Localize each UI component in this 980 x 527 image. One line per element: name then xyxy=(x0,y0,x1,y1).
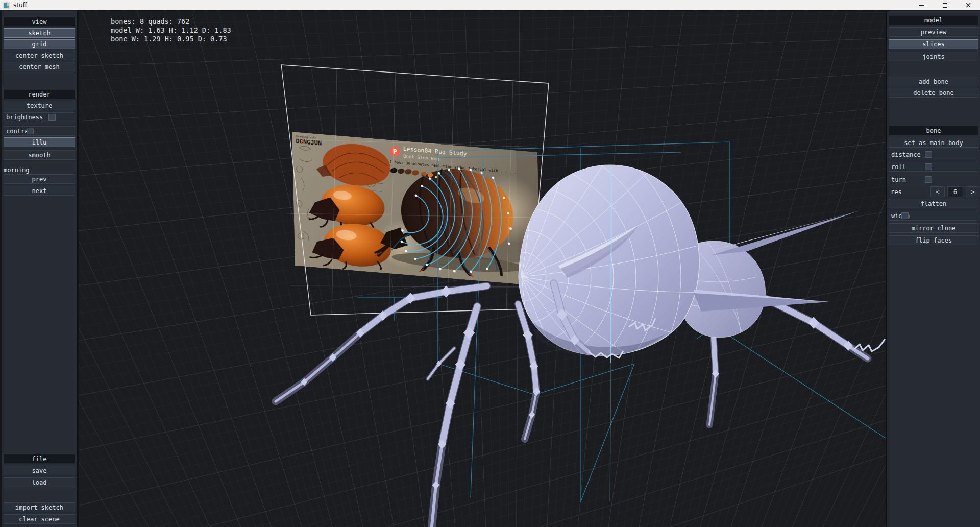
res-decrement-button[interactable]: < xyxy=(930,186,945,197)
load-button[interactable]: load xyxy=(4,477,75,487)
titlebar[interactable]: stuff × xyxy=(0,0,980,11)
illu-toggle[interactable]: illu xyxy=(4,137,75,147)
import-sketch-button[interactable]: import sketch xyxy=(4,502,75,512)
width-slider-handle[interactable] xyxy=(901,212,909,219)
res-value: 6 xyxy=(947,186,963,197)
restore-button[interactable] xyxy=(933,0,957,10)
roll-slider-handle[interactable] xyxy=(925,163,932,170)
left-sidebar: view sketch grid center sketch center me… xyxy=(0,11,79,527)
stats-bone-dims: bone W: 1.29 H: 0.95 D: 0.73 xyxy=(111,35,227,43)
grid-toggle[interactable]: grid xyxy=(4,39,75,49)
turn-label: turn xyxy=(891,176,906,183)
smooth-button[interactable]: smooth xyxy=(4,150,75,160)
render-header[interactable]: render xyxy=(4,89,75,99)
center-mesh-button[interactable]: center mesh xyxy=(4,62,75,71)
add-bone-button[interactable]: add bone xyxy=(889,77,978,86)
flatten-button[interactable]: flatten xyxy=(889,199,978,208)
close-icon: × xyxy=(965,2,972,9)
model-header[interactable]: model xyxy=(889,15,978,25)
slices-toggle[interactable]: slices xyxy=(889,39,978,49)
distance-label: distance xyxy=(891,151,921,158)
center-sketch-button[interactable]: center sketch xyxy=(4,51,75,60)
contrast-slider[interactable]: contrast xyxy=(4,126,75,136)
lighting-preset-label: morning xyxy=(4,166,75,174)
brightness-label: brightness xyxy=(6,114,43,121)
brightness-slider-handle[interactable] xyxy=(48,114,56,121)
save-button[interactable]: save xyxy=(4,466,75,475)
app-icon xyxy=(3,2,10,9)
delete-bone-button[interactable]: delete bone xyxy=(889,88,978,98)
roll-slider[interactable]: roll xyxy=(889,162,978,172)
sketch-toggle[interactable]: sketch xyxy=(4,28,75,38)
file-header[interactable]: file xyxy=(4,454,75,464)
minimize-button[interactable] xyxy=(910,0,933,10)
res-label: res xyxy=(891,188,902,196)
res-row: res < 6 > xyxy=(889,186,978,198)
roll-label: roll xyxy=(891,163,906,171)
turn-slider[interactable]: turn xyxy=(889,175,978,184)
prev-button[interactable]: prev xyxy=(4,174,75,184)
joints-button[interactable]: joints xyxy=(889,52,978,61)
texture-button[interactable]: texture xyxy=(4,101,75,110)
restore-icon xyxy=(943,3,947,8)
right-sidebar: model preview slices joints add bone del… xyxy=(886,11,980,527)
stats-bones-quads: bones: 8 quads: 762 xyxy=(111,17,189,26)
window-title: stuff xyxy=(13,2,27,9)
set-main-body-button[interactable]: set as main body xyxy=(889,138,978,148)
clear-scene-button[interactable]: clear scene xyxy=(4,514,75,524)
next-button[interactable]: next xyxy=(4,186,75,196)
distance-slider-handle[interactable] xyxy=(925,151,932,158)
app-window: stuff × view sketch grid center sketch c… xyxy=(0,0,980,527)
viewport-3d[interactable]: P Lesson04 Bug Study Bont Slun Bug 1 hou… xyxy=(79,11,886,527)
width-slider[interactable]: width xyxy=(889,211,978,221)
turn-slider-handle[interactable] xyxy=(925,176,932,183)
bone-header[interactable]: bone xyxy=(889,126,978,135)
reference-image-plane[interactable]: P Lesson04 Bug Study Bont Slun Bug 1 hou… xyxy=(292,132,545,286)
minimize-icon xyxy=(919,5,924,6)
flip-faces-button[interactable]: flip faces xyxy=(889,235,978,245)
preview-button[interactable]: preview xyxy=(889,27,978,37)
stats-model-dims: model W: 1.63 H: 1.12 D: 1.83 xyxy=(111,26,231,34)
mirror-clone-button[interactable]: mirror clone xyxy=(889,223,978,233)
contrast-slider-handle[interactable] xyxy=(27,128,34,134)
brightness-slider[interactable]: brightness xyxy=(4,112,75,122)
distance-slider[interactable]: distance xyxy=(889,150,978,159)
res-increment-button[interactable]: > xyxy=(966,186,979,197)
view-header[interactable]: view xyxy=(4,17,75,27)
close-button[interactable]: × xyxy=(957,0,980,10)
